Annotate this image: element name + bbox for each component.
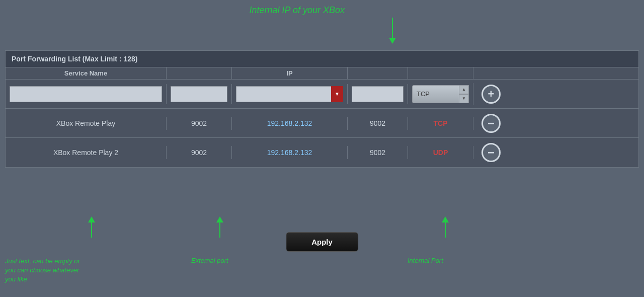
col-service-name: Service Name xyxy=(6,67,167,79)
int-port-annotation-label: Internal Port xyxy=(408,257,443,264)
int-port-annotation xyxy=(442,216,449,238)
add-button[interactable]: + xyxy=(481,85,501,104)
new-entry-row: TCP UDP Both ▲ ▼ + xyxy=(6,80,638,109)
service-annotation-label: Just text, can be empty or you can choos… xyxy=(5,257,83,284)
row2-protocol: UDP xyxy=(408,146,473,159)
column-headers: Service Name IP xyxy=(6,67,638,80)
new-ip-select-wrapper xyxy=(236,86,343,102)
new-service-cell xyxy=(6,84,167,104)
internal-ip-label: Internal IP of your XBox xyxy=(250,5,345,16)
table-title: Port Forwarding List (Max Limit : 128) xyxy=(6,55,137,63)
new-int-port-input[interactable] xyxy=(352,86,404,102)
table-row: XBox Remote Play 9002 192.168.2.132 9002… xyxy=(6,109,638,138)
new-ip-cell xyxy=(232,84,348,104)
new-int-port-cell xyxy=(348,84,408,104)
apply-button[interactable]: Apply xyxy=(286,232,358,252)
row1-protocol: TCP xyxy=(408,117,473,130)
row1-ip: 192.168.2.132 xyxy=(232,117,348,130)
new-protocol-cell: TCP UDP Both ▲ ▼ xyxy=(408,83,473,105)
col-ext-port xyxy=(167,67,232,79)
col-action xyxy=(473,67,509,79)
new-ext-port-cell xyxy=(167,84,232,104)
row1-action: − xyxy=(473,112,509,135)
row2-ip: 192.168.2.132 xyxy=(232,146,348,159)
new-ip-input[interactable] xyxy=(236,86,343,102)
row1-int-port: 9002 xyxy=(348,117,408,130)
row2-ext-port: 9002 xyxy=(167,146,232,159)
new-protocol-select[interactable]: TCP UDP Both xyxy=(412,85,469,103)
row1-service: XBox Remote Play xyxy=(6,117,167,130)
col-ip: IP xyxy=(232,67,348,79)
service-annotation xyxy=(88,216,95,238)
protocol-select-wrapper: TCP UDP Both ▲ ▼ xyxy=(412,85,469,103)
port-forwarding-table: Port Forwarding List (Max Limit : 128) S… xyxy=(5,50,639,168)
new-action-cell: + xyxy=(473,83,509,106)
remove-button-2[interactable]: − xyxy=(481,143,501,162)
row2-int-port: 9002 xyxy=(348,146,408,159)
col-protocol xyxy=(408,67,473,79)
table-header: Port Forwarding List (Max Limit : 128) xyxy=(6,51,638,67)
row2-service: XBox Remote Play 2 xyxy=(6,146,167,159)
new-service-input[interactable] xyxy=(10,86,162,102)
remove-button-1[interactable]: − xyxy=(481,114,501,133)
table-row: XBox Remote Play 2 9002 192.168.2.132 90… xyxy=(6,138,638,167)
internal-ip-annotation: Internal IP of your XBox xyxy=(345,5,440,44)
new-ext-port-input[interactable] xyxy=(171,86,227,102)
row1-ext-port: 9002 xyxy=(167,117,232,130)
ext-port-annotation-label: External port xyxy=(191,257,228,264)
ext-port-annotation xyxy=(216,216,223,238)
row2-action: − xyxy=(473,141,509,164)
col-int-port xyxy=(348,67,408,79)
